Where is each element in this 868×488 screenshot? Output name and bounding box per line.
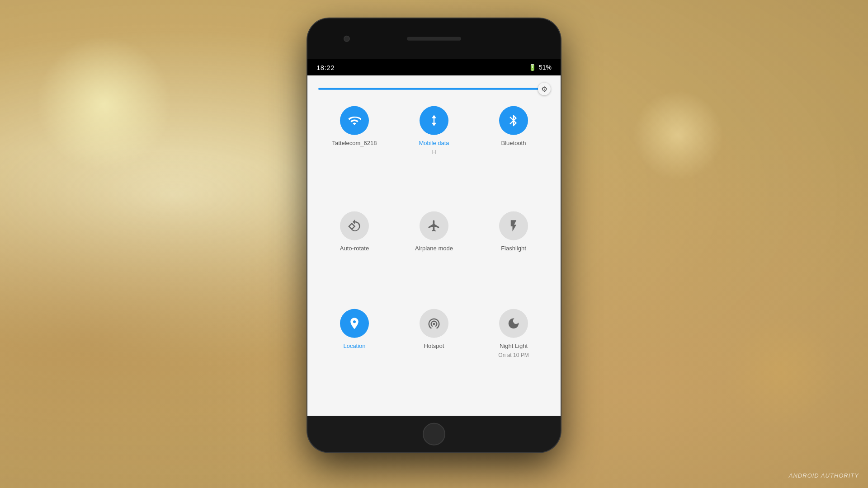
moon-icon — [507, 316, 520, 330]
bluetooth-icon-bg — [499, 106, 528, 135]
tile-flashlight[interactable]: Flashlight — [474, 204, 553, 301]
phone: 18:22 🔋 51% ⚙ — [307, 19, 561, 452]
flashlight-icon-bg — [499, 211, 528, 240]
tile-location[interactable]: Location — [315, 301, 394, 407]
wifi-icon — [348, 114, 361, 127]
home-button[interactable] — [423, 423, 445, 446]
auto-rotate-icon-bg — [340, 211, 369, 240]
location-icon — [348, 316, 361, 330]
mobile-data-sublabel: H — [432, 149, 436, 155]
phone-speaker — [407, 37, 461, 41]
night-light-icon-bg — [499, 309, 528, 338]
phone-bottom-bezel — [307, 416, 561, 452]
mobile-data-icon-bg — [420, 106, 448, 135]
wifi-icon-bg — [340, 106, 369, 135]
mobile-data-label: Mobile data — [419, 140, 449, 147]
auto-rotate-icon — [348, 219, 361, 233]
tile-hotspot[interactable]: Hotspot — [394, 301, 474, 407]
mobile-data-icon — [427, 114, 441, 127]
brightness-gear-icon: ⚙ — [541, 84, 547, 93]
location-icon-bg — [340, 309, 369, 338]
tile-airplane-mode[interactable]: Airplane mode — [394, 204, 474, 301]
watermark: ANDROID AUTHORITY — [789, 472, 859, 479]
hotspot-icon-bg — [420, 309, 448, 338]
flashlight-label: Flashlight — [501, 245, 526, 253]
battery-icon: 🔋 — [528, 64, 536, 71]
phone-top-bezel — [307, 19, 561, 59]
brightness-slider-thumb[interactable]: ⚙ — [538, 83, 551, 95]
phone-screen: ⚙ Tattelecom_6218 — [307, 75, 561, 416]
brightness-row[interactable]: ⚙ — [315, 84, 553, 99]
front-camera — [344, 36, 350, 42]
tile-auto-rotate[interactable]: Auto-rotate — [315, 204, 394, 301]
night-light-sublabel: On at 10 PM — [498, 352, 528, 358]
quick-settings-panel: ⚙ Tattelecom_6218 — [307, 75, 561, 416]
hotspot-label: Hotspot — [424, 342, 444, 350]
airplane-icon — [427, 219, 441, 233]
status-time: 18:22 — [316, 63, 335, 71]
brightness-slider-track[interactable]: ⚙ — [318, 88, 550, 90]
wifi-label: Tattelecom_6218 — [332, 140, 377, 147]
status-right: 🔋 51% — [528, 64, 552, 71]
night-light-label: Night Light — [500, 342, 528, 350]
tile-bluetooth[interactable]: Bluetooth — [474, 99, 553, 204]
location-label: Location — [343, 342, 365, 350]
tile-mobile-data[interactable]: Mobile data H — [394, 99, 474, 204]
bluetooth-icon — [507, 114, 520, 127]
hotspot-icon — [427, 316, 441, 330]
auto-rotate-label: Auto-rotate — [340, 245, 369, 253]
status-bar: 18:22 🔋 51% — [307, 59, 561, 75]
tile-night-light[interactable]: Night Light On at 10 PM — [474, 301, 553, 407]
airplane-icon-bg — [420, 211, 448, 240]
bluetooth-label: Bluetooth — [501, 140, 526, 147]
flashlight-icon — [507, 219, 520, 233]
battery-percent: 51% — [539, 64, 552, 71]
airplane-label: Airplane mode — [415, 245, 453, 253]
tiles-grid: Tattelecom_6218 Mobile data H — [315, 99, 553, 407]
tile-wifi[interactable]: Tattelecom_6218 — [315, 99, 394, 204]
